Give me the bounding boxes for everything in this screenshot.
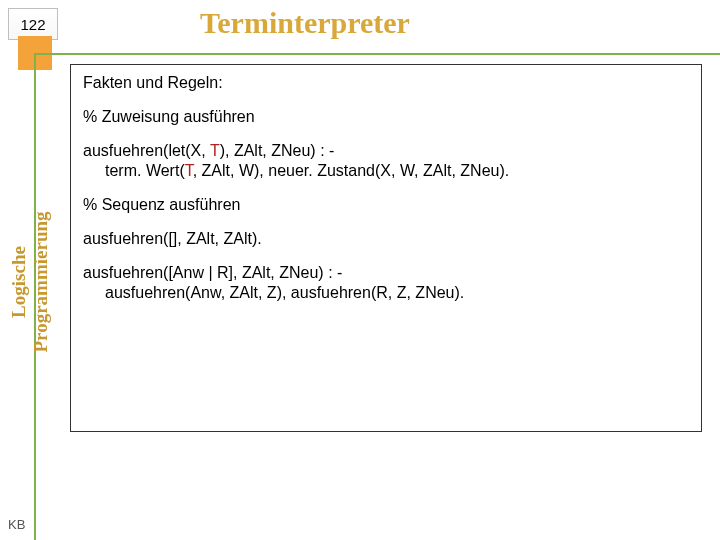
rule-sequence: ausfuehren([Anw | R], ZAlt, ZNeu) : - au…: [83, 263, 689, 303]
rule2-head: ausfuehren([Anw | R], ZAlt, ZNeu) : -: [83, 264, 342, 281]
rule1-body: term. Wert(T, ZAlt, W), neuer. Zustand(X…: [83, 161, 689, 181]
header: 122 Terminterpreter: [0, 0, 720, 58]
footer-mark: KB: [8, 517, 25, 532]
slide: 122 Terminterpreter Logische Programmier…: [0, 0, 720, 540]
sidebar-label: Logische Programmierung: [8, 182, 52, 382]
page-number: 122: [20, 16, 45, 33]
content-box: Fakten und Regeln: % Zuweisung ausführen…: [70, 64, 702, 432]
comment-assignment: % Zuweisung ausführen: [83, 107, 689, 127]
fact-empty-sequence: ausfuehren([], ZAlt, ZAlt).: [83, 229, 689, 249]
page-title: Terminterpreter: [200, 6, 700, 40]
rule1-term-T1: T: [210, 142, 220, 159]
content-heading: Fakten und Regeln:: [83, 73, 689, 93]
rule2-body: ausfuehren(Anw, ZAlt, Z), ausfuehren(R, …: [83, 283, 689, 303]
rule1-term-T2: T: [185, 162, 193, 179]
rule-assignment: ausfuehren(let(X, T), ZAlt, ZNeu) : - te…: [83, 141, 689, 181]
rule1-part-a: ausfuehren(let(X,: [83, 142, 210, 159]
comment-sequence: % Sequenz ausführen: [83, 195, 689, 215]
rule1-part-c: term. Wert(: [105, 162, 185, 179]
rule1-part-d: , ZAlt, W), neuer. Zustand(X, W, ZAlt, Z…: [193, 162, 510, 179]
rule1-part-b: ), ZAlt, ZNeu) : -: [220, 142, 335, 159]
horizontal-divider: [34, 53, 720, 55]
